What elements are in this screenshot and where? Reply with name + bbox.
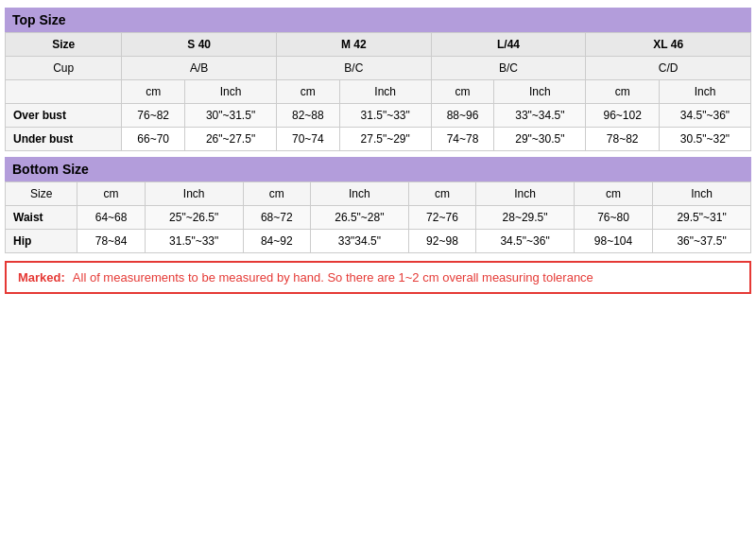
bot-h-cm3: cm	[408, 182, 475, 206]
notice-label: Marked:	[18, 270, 65, 285]
cup-label-cell: Cup	[6, 57, 122, 80]
w-cm4: 76~80	[574, 206, 652, 230]
ub-cm3: 74~78	[431, 128, 494, 151]
h-cm1: 78~84	[77, 230, 145, 253]
empty-header	[6, 80, 122, 104]
hip-row: Hip 78~84 31.5"~33" 84~92 33"34.5" 92~98…	[6, 230, 751, 253]
ub-inch2: 27.5"~29"	[339, 128, 431, 151]
ob-inch3: 33"~34.5"	[494, 104, 586, 128]
ob-cm4: 96~102	[586, 104, 660, 128]
h-cm4: 98~104	[574, 230, 652, 253]
ob-cm3: 88~96	[431, 104, 494, 128]
top-size-title: Top Size	[5, 8, 751, 32]
bot-h-cm4: cm	[574, 182, 652, 206]
h-inch2: 33"34.5"	[310, 230, 408, 253]
waist-label: Waist	[6, 206, 77, 230]
h-inch3: 34.5"~36"	[476, 230, 575, 253]
hip-label: Hip	[6, 230, 77, 253]
top-h-inch4: Inch	[659, 80, 750, 104]
top-h-inch2: Inch	[339, 80, 431, 104]
w-inch4: 29.5"~31"	[653, 206, 751, 230]
ub-inch3: 29"~30.5"	[494, 128, 586, 151]
over-bust-label: Over bust	[6, 104, 122, 128]
ob-inch2: 31.5"~33"	[339, 104, 431, 128]
bottom-size-table: Size cm Inch cm Inch cm Inch cm Inch Wai…	[5, 181, 751, 253]
bottom-col-headers: Size cm Inch cm Inch cm Inch cm Inch	[6, 182, 751, 206]
w-cm1: 64~68	[77, 206, 145, 230]
w-cm2: 68~72	[243, 206, 310, 230]
h-inch4: 36"~37.5"	[653, 230, 751, 253]
size-label-cell: Size	[6, 33, 122, 57]
h-cm2: 84~92	[243, 230, 310, 253]
top-h-cm2: cm	[277, 80, 340, 104]
top-col-headers: cm Inch cm Inch cm Inch cm Inch	[6, 80, 751, 104]
ob-cm2: 82~88	[277, 104, 340, 128]
ub-cm4: 78~82	[586, 128, 660, 151]
ub-inch4: 30.5"~32"	[659, 128, 750, 151]
top-h-inch3: Inch	[494, 80, 586, 104]
ob-inch4: 34.5"~36"	[659, 104, 750, 128]
cup-row: Cup A/B B/C B/C C/D	[6, 57, 751, 80]
top-size-section: Top Size Size S 40 M 42 L/44 XL 46 Cup A…	[5, 8, 751, 151]
cup-bc1: B/C	[277, 57, 432, 80]
notice-text: All of measurements to be measured by ha…	[73, 270, 593, 285]
w-inch1: 25"~26.5"	[145, 206, 243, 230]
size-chart-container: Top Size Size S 40 M 42 L/44 XL 46 Cup A…	[5, 8, 751, 294]
size-xl46: XL 46	[586, 33, 751, 57]
w-inch2: 26.5"~28"	[310, 206, 408, 230]
h-cm3: 92~98	[408, 230, 475, 253]
size-s40: S 40	[122, 33, 277, 57]
ub-inch1: 26"~27.5"	[185, 128, 277, 151]
bot-h-inch4: Inch	[653, 182, 751, 206]
top-size-row: Size S 40 M 42 L/44 XL 46	[6, 33, 751, 57]
under-bust-row: Under bust 66~70 26"~27.5" 70~74 27.5"~2…	[6, 128, 751, 151]
bot-h-inch3: Inch	[476, 182, 575, 206]
ub-cm2: 70~74	[277, 128, 340, 151]
bot-h-inch1: Inch	[145, 182, 243, 206]
under-bust-label: Under bust	[6, 128, 122, 151]
size-m42: M 42	[277, 33, 432, 57]
notice-bar: Marked:All of measurements to be measure…	[5, 261, 751, 294]
bot-h-cm1: cm	[77, 182, 145, 206]
cup-bc2: B/C	[431, 57, 586, 80]
cup-cd: C/D	[586, 57, 751, 80]
size-l44: L/44	[431, 33, 586, 57]
size-label-cell2: Size	[6, 182, 77, 206]
top-h-cm4: cm	[586, 80, 660, 104]
top-h-cm1: cm	[122, 80, 185, 104]
bot-h-cm2: cm	[243, 182, 310, 206]
over-bust-row: Over bust 76~82 30"~31.5" 82~88 31.5"~33…	[6, 104, 751, 128]
bottom-size-section: Bottom Size Size cm Inch cm Inch cm Inch…	[5, 157, 751, 253]
w-cm3: 72~76	[408, 206, 475, 230]
w-inch3: 28~29.5"	[476, 206, 575, 230]
top-h-cm3: cm	[431, 80, 494, 104]
ob-inch1: 30"~31.5"	[185, 104, 277, 128]
cup-ab: A/B	[122, 57, 277, 80]
top-h-inch1: Inch	[185, 80, 277, 104]
ob-cm1: 76~82	[122, 104, 185, 128]
bot-h-inch2: Inch	[310, 182, 408, 206]
bottom-size-title: Bottom Size	[5, 157, 751, 181]
ub-cm1: 66~70	[122, 128, 185, 151]
top-size-table: Size S 40 M 42 L/44 XL 46 Cup A/B B/C B/…	[5, 32, 751, 151]
h-inch1: 31.5"~33"	[145, 230, 243, 253]
waist-row: Waist 64~68 25"~26.5" 68~72 26.5"~28" 72…	[6, 206, 751, 230]
